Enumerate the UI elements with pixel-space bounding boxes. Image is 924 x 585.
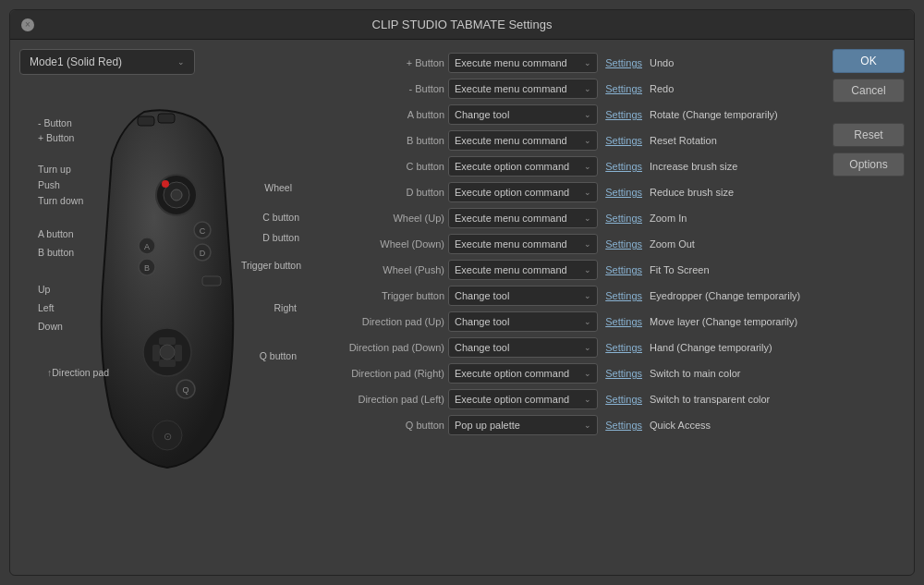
svg-text:Q: Q [182, 385, 188, 395]
action-text-8: Fit To Screen [650, 264, 825, 275]
content-area: Mode1 (Solid Red) ⌄ [10, 40, 914, 575]
table-row: Direction pad (Up) Change tool⌄ Settings… [324, 310, 825, 334]
action-text-13: Switch to transparent color [650, 394, 825, 405]
svg-rect-18 [175, 345, 182, 361]
table-row: Direction pad (Left) Execute option comm… [324, 387, 825, 411]
window-title: CLIP STUDIO TABMATE Settings [372, 18, 553, 31]
command-dropdown-7[interactable]: Execute menu command⌄ [448, 234, 598, 254]
chevron-icon: ⌄ [584, 188, 591, 197]
table-row: B button Execute menu command⌄ Settings … [324, 128, 825, 152]
settings-link-8[interactable]: Settings [602, 264, 646, 275]
svg-rect-0 [138, 116, 154, 126]
command-dropdown-14[interactable]: Pop up palette⌄ [448, 415, 598, 435]
table-row: + Button Execute menu command⌄ Settings … [324, 51, 825, 75]
svg-point-20 [160, 345, 175, 360]
mode-value: Mode1 (Solid Red) [30, 55, 122, 68]
trigger-btn-label: Trigger button [241, 260, 301, 271]
row-label: + Button [324, 57, 444, 68]
command-dropdown-0[interactable]: Execute menu command⌄ [448, 53, 598, 73]
command-dropdown-1[interactable]: Execute menu command⌄ [448, 79, 598, 99]
row-label: Q button [324, 420, 444, 431]
row-label: Direction pad (Down) [324, 342, 444, 353]
svg-text:B: B [144, 263, 150, 273]
table-row: Wheel (Down) Execute menu command⌄ Setti… [324, 232, 825, 256]
chevron-icon: ⌄ [584, 343, 591, 352]
command-dropdown-3[interactable]: Execute menu command⌄ [448, 130, 598, 151]
settings-link-5[interactable]: Settings [602, 187, 646, 198]
action-buttons-panel: OK Cancel Reset Options [833, 49, 905, 566]
action-text-1: Redo [650, 83, 825, 94]
settings-link-4[interactable]: Settings [602, 161, 646, 172]
table-row: Direction pad (Right) Execute option com… [324, 361, 825, 385]
minus-btn-label: - Button [38, 117, 72, 128]
settings-link-6[interactable]: Settings [602, 213, 646, 224]
settings-link-2[interactable]: Settings [602, 109, 646, 120]
chevron-icon: ⌄ [584, 317, 591, 326]
settings-link-7[interactable]: Settings [602, 238, 646, 250]
chevron-icon: ⌄ [584, 239, 591, 249]
action-text-12: Switch to main color [650, 368, 825, 379]
cancel-button[interactable]: Cancel [833, 79, 905, 103]
settings-link-9[interactable]: Settings [602, 290, 646, 301]
table-row: Wheel (Up) Execute menu command⌄ Setting… [324, 206, 825, 230]
reset-button[interactable]: Reset [833, 123, 905, 147]
close-button[interactable]: × [21, 18, 34, 31]
svg-rect-14 [202, 276, 221, 286]
row-label: Wheel (Down) [324, 238, 444, 250]
table-row: A button Change tool⌄ Settings Rotate (C… [324, 103, 825, 127]
q-btn-label: Q button [260, 350, 297, 361]
settings-link-1[interactable]: Settings [602, 83, 646, 94]
command-dropdown-4[interactable]: Execute option command⌄ [448, 156, 598, 177]
push-label: Push [38, 179, 60, 190]
chevron-icon: ⌄ [584, 58, 591, 67]
chevron-icon: ⌄ [584, 84, 591, 93]
c-btn-label: C button [262, 212, 299, 223]
chevron-icon: ⌄ [584, 265, 591, 274]
table-row: D button Execute option command⌄ Setting… [324, 180, 825, 204]
ok-button[interactable]: OK [833, 49, 905, 73]
settings-link-11[interactable]: Settings [602, 342, 646, 353]
turn-down-label: Turn down [38, 195, 83, 206]
settings-link-10[interactable]: Settings [602, 316, 646, 327]
options-button[interactable]: Options [833, 152, 905, 177]
mode-dropdown[interactable]: Mode1 (Solid Red) ⌄ [19, 49, 195, 75]
command-dropdown-9[interactable]: Change tool⌄ [448, 286, 598, 306]
command-dropdown-12[interactable]: Execute option command⌄ [448, 363, 598, 384]
command-dropdown-6[interactable]: Execute menu command⌄ [448, 208, 598, 228]
chevron-icon: ⌄ [584, 395, 591, 404]
row-label: Wheel (Push) [324, 264, 444, 275]
settings-link-12[interactable]: Settings [602, 368, 646, 379]
action-text-10: Move layer (Change temporarily) [650, 316, 825, 327]
table-row: Trigger button Change tool⌄ Settings Eye… [324, 284, 825, 308]
table-row: C button Execute option command⌄ Setting… [324, 154, 825, 178]
action-text-9: Eyedropper (Change temporarily) [650, 290, 825, 301]
settings-link-14[interactable]: Settings [602, 420, 646, 431]
left-label: Left [38, 302, 55, 313]
up-label: Up [38, 284, 50, 295]
turn-up-label: Turn up [38, 164, 71, 175]
settings-link-0[interactable]: Settings [602, 57, 646, 68]
svg-text:A: A [144, 242, 150, 251]
command-dropdown-11[interactable]: Change tool⌄ [448, 337, 598, 358]
chevron-icon: ⌄ [584, 162, 591, 171]
svg-point-4 [171, 189, 182, 201]
command-dropdown-13[interactable]: Execute option command⌄ [448, 389, 598, 409]
command-dropdown-8[interactable]: Execute menu command⌄ [448, 260, 598, 280]
action-text-14: Quick Access [650, 420, 825, 431]
settings-link-3[interactable]: Settings [602, 135, 646, 146]
svg-rect-16 [159, 337, 176, 345]
command-dropdown-5[interactable]: Execute option command⌄ [448, 182, 598, 202]
svg-rect-17 [152, 345, 160, 361]
table-row: Direction pad (Down) Change tool⌄ Settin… [324, 335, 825, 360]
row-label: - Button [324, 83, 444, 94]
settings-link-13[interactable]: Settings [602, 394, 646, 405]
row-label: Wheel (Up) [324, 213, 444, 224]
command-dropdown-10[interactable]: Change tool⌄ [448, 311, 598, 332]
wheel-label: Wheel [264, 182, 292, 193]
row-label: Direction pad (Right) [324, 368, 444, 379]
left-panel: Mode1 (Solid Red) ⌄ [19, 49, 315, 566]
command-dropdown-2[interactable]: Change tool⌄ [448, 104, 598, 125]
chevron-icon: ⌄ [584, 213, 591, 223]
row-label: Trigger button [324, 290, 444, 301]
action-text-0: Undo [650, 57, 825, 68]
